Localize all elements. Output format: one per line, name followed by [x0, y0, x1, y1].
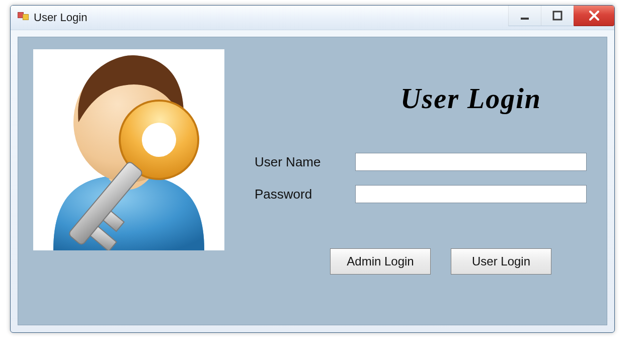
password-label: Password	[255, 187, 355, 202]
form-heading: User Login	[340, 82, 602, 115]
maximize-icon	[551, 9, 564, 22]
password-input[interactable]	[355, 185, 587, 203]
close-button[interactable]	[574, 6, 614, 26]
username-label: User Name	[255, 154, 355, 170]
username-input[interactable]	[355, 153, 587, 171]
button-row: Admin Login User Login	[330, 248, 551, 275]
window-title: User Login	[34, 11, 87, 24]
close-icon	[587, 8, 602, 23]
admin-login-button[interactable]: Admin Login	[330, 248, 431, 275]
app-icon	[18, 12, 29, 23]
svg-rect-1	[553, 12, 561, 20]
login-form: User Name Password	[255, 153, 602, 217]
client-area: User Login User Name Password Admin Logi…	[18, 37, 607, 325]
user-key-icon	[33, 49, 224, 250]
minimize-button[interactable]	[508, 6, 541, 26]
maximize-button[interactable]	[541, 6, 574, 26]
user-login-button[interactable]: User Login	[451, 248, 551, 275]
window-controls	[508, 6, 614, 26]
username-row: User Name	[255, 153, 602, 171]
svg-rect-0	[521, 18, 529, 20]
login-window: User Login	[10, 5, 615, 333]
password-row: Password	[255, 185, 602, 203]
minimize-icon	[518, 9, 531, 22]
titlebar: User Login	[11, 6, 614, 30]
